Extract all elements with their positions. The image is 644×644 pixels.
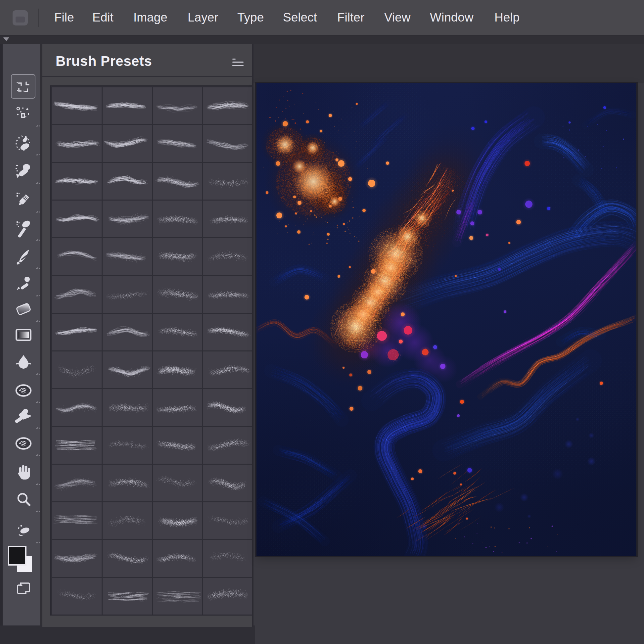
screen-mode[interactable] (14, 578, 33, 598)
brush-preset-33[interactable] (52, 389, 102, 426)
brush-preset-26[interactable] (103, 314, 152, 350)
brush-preset-20[interactable] (203, 238, 253, 275)
swab-brush-tool[interactable] (14, 219, 33, 238)
brush-preset-3[interactable] (153, 87, 202, 124)
detail-brush-tool[interactable] (14, 521, 33, 540)
brush-preset-40[interactable] (203, 427, 253, 464)
application-window: FileEditImageLayerTypeSelectFilterViewWi… (0, 0, 644, 644)
brush-preset-17[interactable] (52, 238, 102, 275)
brush-preset-35[interactable] (153, 389, 202, 426)
color-swatches[interactable] (8, 545, 27, 564)
menu-item-image[interactable]: Image (133, 0, 167, 35)
brush-preset-12[interactable] (203, 163, 253, 200)
brush-preset-34[interactable] (103, 389, 152, 426)
eraser-tool[interactable] (14, 300, 33, 319)
marker-tool[interactable] (14, 191, 33, 210)
menu-item-select[interactable]: Select (283, 0, 317, 35)
menu-item-view[interactable]: View (384, 0, 411, 35)
brush-preset-55[interactable] (153, 578, 202, 615)
round-pen-tool[interactable] (14, 274, 33, 294)
airbrush-tool[interactable] (14, 407, 33, 426)
brush-presets-panel: Brush Presets (42, 44, 253, 627)
brush-preset-54[interactable] (103, 578, 152, 615)
window-bottom-edge (0, 625, 255, 644)
brush-preset-7[interactable] (153, 125, 202, 162)
brush-preset-32[interactable] (203, 351, 253, 388)
brush-preset-2[interactable] (103, 87, 152, 124)
brush-preset-23[interactable] (153, 276, 202, 313)
blur-drop-tool[interactable] (14, 353, 33, 372)
brush-preset-14[interactable] (103, 201, 152, 237)
brush-preset-31[interactable] (153, 351, 202, 388)
brush-preset-6[interactable] (103, 125, 152, 162)
window-left-edge (0, 44, 3, 644)
brush-preset-4[interactable] (203, 87, 253, 124)
app-logo-icon[interactable] (13, 10, 28, 25)
brush-wheel-tool[interactable] (14, 133, 33, 153)
paintbrush-tool[interactable] (14, 247, 33, 266)
brush-preset-5[interactable] (52, 125, 102, 162)
brush-preset-42[interactable] (103, 465, 152, 501)
brush-preset-19[interactable] (153, 238, 202, 275)
workspace-top-area (253, 44, 644, 83)
menu-item-type[interactable]: Type (237, 0, 264, 35)
panel-separator (42, 76, 253, 77)
brush-preset-46[interactable] (103, 502, 152, 539)
brush-preset-37[interactable] (52, 427, 102, 464)
chevron-down-icon[interactable] (3, 37, 9, 41)
brush-preset-51[interactable] (153, 540, 202, 577)
panel-list-menu-icon[interactable] (232, 58, 245, 68)
marquee-select-tool[interactable] (14, 77, 33, 96)
toolbar-panel-divider (40, 44, 42, 625)
smudge-tool[interactable] (14, 381, 33, 400)
brush-preset-grid (50, 85, 253, 616)
brush-preset-18[interactable] (103, 238, 152, 275)
tool-bar (3, 44, 40, 625)
menu-item-file[interactable]: File (54, 0, 74, 35)
brush-preset-39[interactable] (153, 427, 202, 464)
round-brush-tool[interactable] (14, 162, 33, 181)
brush-preset-27[interactable] (153, 314, 202, 350)
zoom-tool[interactable] (14, 490, 33, 509)
brush-preset-22[interactable] (103, 276, 152, 313)
brush-preset-25[interactable] (52, 314, 102, 350)
brush-preset-52[interactable] (203, 540, 253, 577)
menu-item-help[interactable]: Help (494, 0, 520, 35)
document-canvas[interactable] (256, 83, 636, 556)
brush-preset-29[interactable] (52, 351, 102, 388)
menu-item-window[interactable]: Window (430, 0, 474, 35)
brush-preset-48[interactable] (203, 502, 253, 539)
dodge-tool[interactable] (14, 434, 33, 453)
hand-tool[interactable] (14, 463, 33, 482)
brush-preset-49[interactable] (52, 540, 102, 577)
brush-preset-38[interactable] (103, 427, 152, 464)
brush-preset-41[interactable] (52, 465, 102, 501)
menu-item-edit[interactable]: Edit (92, 0, 114, 35)
brush-preset-9[interactable] (52, 163, 102, 200)
brush-preset-43[interactable] (153, 465, 202, 501)
panel-right-edge (252, 44, 253, 627)
brush-preset-21[interactable] (52, 276, 102, 313)
brush-preset-53[interactable] (52, 578, 102, 615)
options-band (0, 35, 644, 44)
brush-preset-16[interactable] (203, 201, 253, 237)
brush-preset-50[interactable] (103, 540, 152, 577)
brush-preset-10[interactable] (103, 163, 152, 200)
brush-preset-1[interactable] (52, 87, 102, 124)
brush-preset-30[interactable] (103, 351, 152, 388)
spatter-points-tool[interactable] (14, 105, 33, 124)
brush-preset-8[interactable] (203, 125, 253, 162)
menu-item-layer[interactable]: Layer (188, 0, 218, 35)
menu-item-filter[interactable]: Filter (337, 0, 364, 35)
brush-preset-56[interactable] (203, 578, 253, 615)
brush-preset-45[interactable] (52, 502, 102, 539)
brush-preset-13[interactable] (52, 201, 102, 237)
brush-preset-28[interactable] (203, 314, 253, 350)
brush-preset-47[interactable] (153, 502, 202, 539)
brush-preset-11[interactable] (153, 163, 202, 200)
brush-preset-24[interactable] (203, 276, 253, 313)
gradient-tool[interactable] (14, 325, 33, 345)
brush-preset-44[interactable] (203, 465, 253, 501)
brush-preset-15[interactable] (153, 201, 202, 237)
brush-preset-36[interactable] (203, 389, 253, 426)
